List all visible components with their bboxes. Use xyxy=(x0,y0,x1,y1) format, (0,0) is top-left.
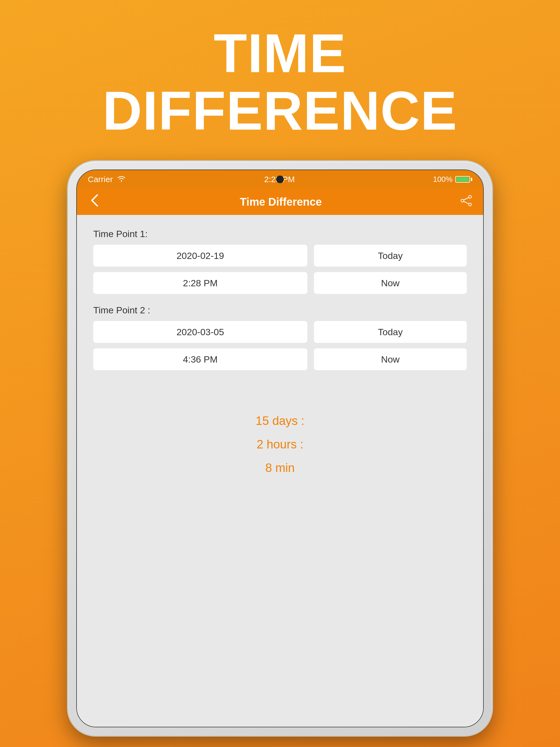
time-point-1-time-field[interactable]: 2:28 PM xyxy=(93,272,307,294)
time-point-1-date-row: 2020-02-19 Today xyxy=(93,245,467,266)
nav-title: Time Difference xyxy=(240,196,322,208)
time-point-2-now-button[interactable]: Now xyxy=(314,349,467,370)
back-button[interactable] xyxy=(88,191,101,213)
wifi-icon xyxy=(117,175,126,184)
battery-percent: 100% xyxy=(433,175,453,184)
time-point-1-today-button[interactable]: Today xyxy=(314,245,467,266)
time-point-2-time-row: 4:36 PM Now xyxy=(93,349,467,370)
camera xyxy=(276,176,284,183)
result-section: 15 days : 2 hours : 8 min xyxy=(93,414,467,475)
carrier-label: Carrier xyxy=(88,175,113,184)
status-left: Carrier xyxy=(88,175,126,184)
svg-point-0 xyxy=(469,196,472,198)
app-title: TIME DIFFERENCE xyxy=(103,25,457,139)
time-point-1-label: Time Point 1: xyxy=(93,229,467,239)
svg-point-2 xyxy=(469,203,472,206)
time-point-2-today-button[interactable]: Today xyxy=(314,321,467,343)
tablet-frame: Carrier 2:28 PM 100% xyxy=(68,161,492,736)
battery-icon xyxy=(455,176,472,183)
result-minutes: 8 min xyxy=(93,461,467,475)
tablet-screen: Carrier 2:28 PM 100% xyxy=(76,170,484,727)
time-point-2-label: Time Point 2 : xyxy=(93,305,467,315)
nav-bar: Time Difference xyxy=(77,189,483,215)
status-right: 100% xyxy=(433,175,472,184)
share-button[interactable] xyxy=(460,195,472,209)
time-point-1-now-button[interactable]: Now xyxy=(314,272,467,294)
result-days: 15 days : xyxy=(93,414,467,428)
time-point-2-time-field[interactable]: 4:36 PM xyxy=(93,349,307,370)
svg-point-1 xyxy=(461,199,464,202)
time-point-2-date-row: 2020-03-05 Today xyxy=(93,321,467,343)
time-point-1-date-field[interactable]: 2020-02-19 xyxy=(93,245,307,266)
svg-line-4 xyxy=(464,201,469,204)
svg-line-3 xyxy=(464,198,469,200)
content-area: Time Point 1: 2020-02-19 Today 2:28 PM N… xyxy=(77,215,483,727)
result-hours: 2 hours : xyxy=(93,437,467,451)
time-point-1-time-row: 2:28 PM Now xyxy=(93,272,467,294)
time-point-2-date-field[interactable]: 2020-03-05 xyxy=(93,321,307,343)
